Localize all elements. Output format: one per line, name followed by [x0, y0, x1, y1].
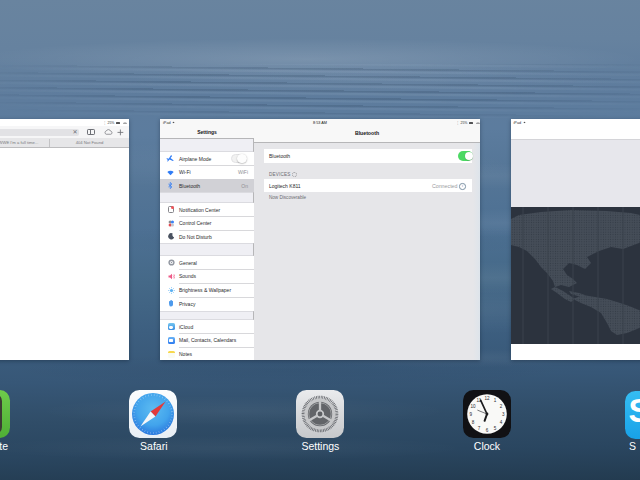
svg-text:10: 10 [470, 404, 476, 409]
svg-text:12: 12 [484, 396, 490, 401]
svg-text:8: 8 [472, 420, 475, 425]
svg-text:2: 2 [500, 404, 503, 409]
svg-text:3: 3 [502, 412, 505, 417]
svg-text:4: 4 [500, 420, 503, 425]
svg-text:1: 1 [494, 398, 497, 403]
svg-text:6: 6 [486, 428, 489, 433]
svg-text:5: 5 [494, 426, 497, 431]
svg-text:9: 9 [470, 412, 473, 417]
svg-text:7: 7 [478, 426, 481, 431]
